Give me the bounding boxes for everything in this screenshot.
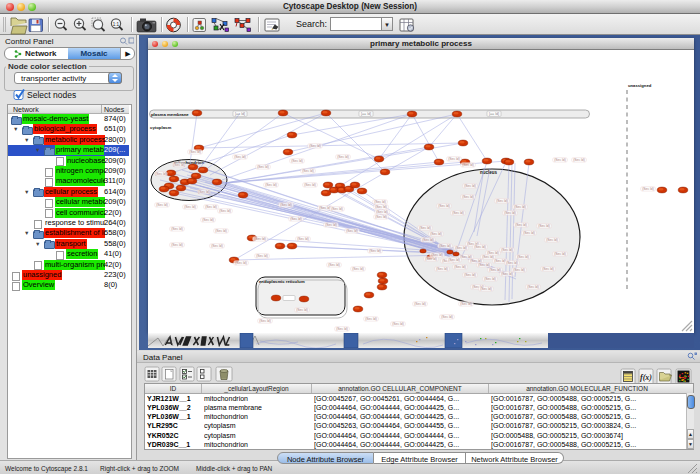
svg-text:(Sec ld): (Sec ld) — [291, 159, 303, 163]
svg-text:(Sec ld): (Sec ld) — [331, 207, 343, 211]
svg-text:(Sec ld): (Sec ld) — [462, 163, 474, 167]
svg-text:(Sec ld): (Sec ld) — [304, 183, 316, 187]
svg-text:(Sec ld): (Sec ld) — [375, 215, 387, 219]
svg-text:(Sec ld): (Sec ld) — [173, 163, 185, 167]
svg-text:(Sec ld): (Sec ld) — [430, 232, 442, 236]
svg-text:(Sec ld): (Sec ld) — [482, 255, 494, 259]
svg-text:(Sec ld): (Sec ld) — [448, 157, 460, 161]
svg-text:(Sec ld): (Sec ld) — [419, 226, 431, 230]
svg-text:(Sec ld): (Sec ld) — [464, 184, 476, 188]
svg-text:(Sec ld): (Sec ld) — [211, 244, 223, 248]
svg-text:(Sec ld): (Sec ld) — [198, 190, 210, 194]
svg-text:(Sec ld): (Sec ld) — [496, 199, 508, 203]
svg-text:(Sec ld): (Sec ld) — [487, 251, 499, 255]
svg-text:(Sec ld): (Sec ld) — [189, 150, 201, 154]
svg-text:(Sec ld): (Sec ld) — [425, 257, 437, 261]
svg-text:(Sec ld): (Sec ld) — [302, 169, 314, 173]
svg-text:(Sec ld): (Sec ld) — [171, 243, 183, 247]
svg-text:(Sec ld): (Sec ld) — [462, 195, 474, 199]
svg-text:(Sec ld): (Sec ld) — [365, 317, 377, 321]
svg-text:(Sec ld): (Sec ld) — [448, 258, 460, 262]
svg-text:(Sec ld): (Sec ld) — [265, 183, 277, 187]
svg-text:endoplasmic reticulum: endoplasmic reticulum — [259, 279, 305, 284]
svg-text:plasma membrane: plasma membrane — [151, 112, 189, 117]
svg-text:(Sec ld): (Sec ld) — [309, 144, 321, 148]
svg-text:(Sec ld): (Sec ld) — [573, 158, 585, 162]
svg-text:(Sec ld): (Sec ld) — [454, 265, 466, 269]
svg-text:cytoplasm: cytoplasm — [150, 125, 171, 130]
svg-text:(Sec ld): (Sec ld) — [155, 172, 167, 176]
svg-text:(Sec ld): (Sec ld) — [441, 315, 453, 319]
svg-text:(Sec ld): (Sec ld) — [297, 237, 309, 241]
svg-text:(Sec ld): (Sec ld) — [513, 268, 525, 272]
svg-text:(Sec ld): (Sec ld) — [504, 211, 516, 215]
svg-text:(Sec ld): (Sec ld) — [346, 229, 358, 233]
svg-text:(Sec ld): (Sec ld) — [337, 155, 349, 159]
svg-text:(Sec ld): (Sec ld) — [494, 259, 506, 263]
svg-text:(Sec ld): (Sec ld) — [436, 267, 448, 271]
svg-text:(Sec ld): (Sec ld) — [460, 302, 472, 306]
svg-text:(Sec ld): (Sec ld) — [319, 206, 331, 210]
svg-text:(Sec ld): (Sec ld) — [376, 210, 388, 214]
svg-text:(Sec ld): (Sec ld) — [464, 273, 476, 277]
svg-text:(Sec ld): (Sec ld) — [501, 248, 513, 252]
svg-text:[== ld]: [== ld] — [235, 112, 245, 116]
svg-text:(Sec ld): (Sec ld) — [480, 287, 492, 291]
svg-text:(Sec ld): (Sec ld) — [215, 229, 227, 233]
svg-text:(Sec ld): (Sec ld) — [501, 272, 513, 276]
svg-text:(Sec ld): (Sec ld) — [202, 218, 214, 222]
svg-text:(Sec ld): (Sec ld) — [171, 227, 183, 231]
svg-text:(Sec ld): (Sec ld) — [257, 165, 269, 169]
svg-text:(Sec ld): (Sec ld) — [280, 203, 292, 207]
svg-text:(Sec ld): (Sec ld) — [514, 205, 526, 209]
svg-text:(Sec ld): (Sec ld) — [254, 237, 266, 241]
svg-text:[== ld]: [== ld] — [489, 112, 499, 116]
svg-text:1:1: 1:1 — [113, 22, 120, 27]
svg-text:(Sec ld): (Sec ld) — [489, 268, 501, 272]
svg-text:(Sec ld): (Sec ld) — [375, 205, 387, 209]
svg-text:(Sec ld): (Sec ld) — [219, 209, 231, 213]
svg-text:(Sec ld): (Sec ld) — [478, 263, 490, 267]
svg-text:(Sec ld): (Sec ld) — [515, 223, 527, 227]
svg-text:(Sec ld): (Sec ld) — [328, 263, 340, 267]
svg-text:(Sec ld): (Sec ld) — [369, 249, 381, 253]
svg-text:(Sec ld): (Sec ld) — [234, 155, 246, 159]
svg-text:[== ld]: [== ld] — [361, 112, 371, 116]
svg-text:(Sec ld): (Sec ld) — [452, 211, 464, 215]
svg-text:(Sec ld): (Sec ld) — [374, 200, 386, 204]
svg-text:(Sec ld): (Sec ld) — [296, 308, 308, 312]
svg-text:(Sec ld): (Sec ld) — [546, 238, 558, 242]
svg-text:(Sec ld): (Sec ld) — [259, 319, 271, 323]
svg-text:(Sec ld): (Sec ld) — [325, 223, 337, 227]
svg-text:(Sec ld): (Sec ld) — [527, 285, 539, 289]
svg-text:(Sec ld): (Sec ld) — [474, 245, 486, 249]
svg-text:(Sec ld): (Sec ld) — [205, 205, 217, 209]
svg-text:(Sec ld): (Sec ld) — [506, 261, 518, 265]
svg-text:(Sec ld): (Sec ld) — [484, 277, 496, 281]
svg-text:(Sec ld): (Sec ld) — [439, 244, 451, 248]
svg-text:(Sec ld): (Sec ld) — [517, 255, 529, 259]
svg-text:(Sec ld): (Sec ld) — [184, 205, 196, 209]
svg-text:unassigned: unassigned — [628, 83, 652, 88]
svg-text:f(x): f(x) — [640, 373, 652, 382]
svg-text:(Sec ld): (Sec ld) — [336, 327, 348, 331]
svg-text:(Sec ld): (Sec ld) — [392, 322, 404, 326]
svg-text:(Sec ld): (Sec ld) — [156, 203, 168, 207]
svg-text:(Sec ld): (Sec ld) — [422, 238, 434, 242]
svg-text:(Sec ld): (Sec ld) — [523, 231, 535, 235]
svg-text:(Sec ld): (Sec ld) — [642, 187, 654, 191]
svg-text:(Sec ld): (Sec ld) — [554, 158, 566, 162]
svg-text:(Sec ld): (Sec ld) — [554, 252, 566, 256]
svg-text:(Sec ld): (Sec ld) — [290, 217, 302, 221]
svg-text:(Sec ld): (Sec ld) — [414, 302, 426, 306]
svg-text:(Sec ld): (Sec ld) — [455, 246, 467, 250]
svg-text:(Sec ld): (Sec ld) — [235, 261, 247, 265]
svg-text:(Sec ld): (Sec ld) — [538, 224, 550, 228]
svg-text:(Sec ld): (Sec ld) — [352, 267, 364, 271]
svg-text:(Sec ld): (Sec ld) — [438, 204, 450, 208]
svg-text:(Sec ld): (Sec ld) — [542, 267, 554, 271]
svg-text:(Sec ld): (Sec ld) — [256, 254, 268, 258]
